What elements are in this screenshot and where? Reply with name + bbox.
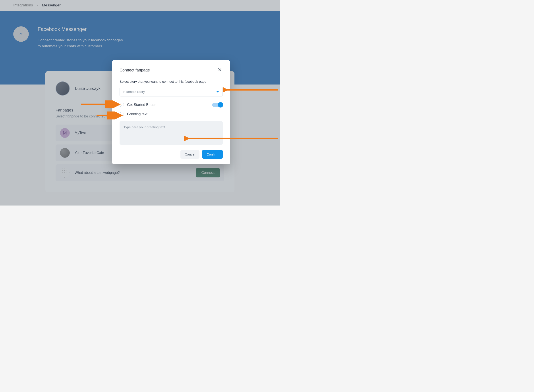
- chevron-down-icon: [216, 91, 219, 93]
- confirm-button[interactable]: Confirm: [202, 150, 223, 159]
- get-started-toggle[interactable]: [212, 103, 223, 107]
- toggle-knob: [218, 102, 223, 107]
- modal-title: Connect fanpage: [120, 68, 150, 73]
- get-started-option-row: i Get Started Button: [120, 103, 223, 107]
- modal-header: Connect fanpage: [120, 67, 223, 74]
- connect-fanpage-modal: Connect fanpage Select story that you wa…: [112, 60, 230, 164]
- modal-footer: Cancel Confirm: [120, 150, 223, 159]
- story-select[interactable]: Example Story: [120, 87, 223, 96]
- story-select-value: Example Story: [123, 90, 145, 93]
- get-started-label: Get Started Button: [127, 103, 209, 107]
- greeting-textarea[interactable]: [120, 121, 223, 145]
- greeting-label: Greeting text: [127, 112, 223, 116]
- close-icon[interactable]: [217, 67, 223, 74]
- cancel-button[interactable]: Cancel: [180, 150, 200, 159]
- select-story-label: Select story that you want to connect to…: [120, 80, 223, 83]
- greeting-option-row: i Greeting text: [120, 112, 223, 116]
- info-icon[interactable]: i: [120, 103, 124, 107]
- info-icon[interactable]: i: [120, 112, 124, 116]
